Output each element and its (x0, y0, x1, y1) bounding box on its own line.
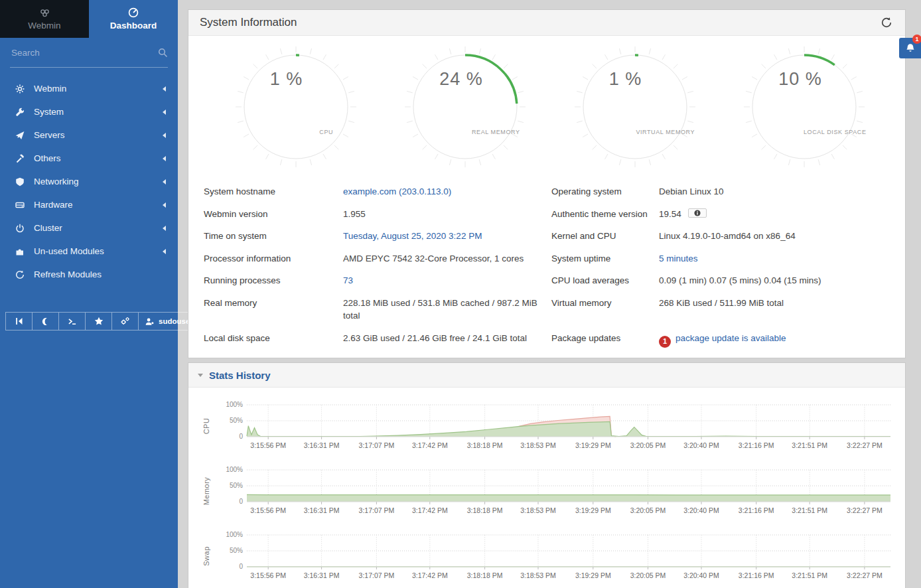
gauge-label: LOCAL DISK SPACE (804, 129, 867, 135)
hostname-link[interactable]: example.com (203.0.113.0) (343, 186, 451, 196)
gauge-local-disk-space: 10 % LOCAL DISK SPACE (741, 44, 867, 170)
tab-dashboard[interactable]: Dashboard (89, 0, 178, 38)
gauge-value: 24 % (439, 69, 483, 90)
info-value: 1.955 (343, 203, 551, 226)
sidebar-item-hardware[interactable]: Hardware (0, 193, 178, 216)
shield-icon (15, 177, 25, 186)
sidebar-tabs: Webmin Dashboard (0, 0, 178, 38)
sidebar-item-label: Webmin (34, 84, 163, 94)
page-title: System Information (200, 16, 297, 29)
sidebar-item-cluster[interactable]: Cluster (0, 216, 178, 240)
gauge-cpu: 1 % CPU (233, 44, 359, 170)
system-information-panel: System Information 1 % CPU 24 % REAL MEM… (188, 9, 906, 358)
search-input[interactable] (10, 47, 158, 58)
info-value: Linux 4.19.0-10-amd64 on x86_64 (659, 225, 892, 248)
gauge-label: REAL MEMORY (472, 129, 520, 135)
sidebar-menu: Webmin System Servers Others Networking … (0, 68, 178, 286)
tab-webmin[interactable]: Webmin (0, 0, 89, 38)
night-mode-button[interactable] (32, 313, 58, 330)
favorites-button[interactable] (85, 313, 111, 330)
sidebar-item-networking[interactable]: Networking (0, 170, 178, 193)
x-tick-label: 3:20:05 PM (630, 506, 666, 514)
y-tick-label: 100% (226, 531, 243, 538)
notifications-button[interactable]: 1 (899, 38, 921, 58)
collapse-icon (15, 317, 24, 326)
sidebar-item-label: System (34, 107, 163, 117)
chart-series-area (247, 494, 890, 502)
collapse-caret-icon (198, 374, 203, 377)
info-value: Debian Linux 10 (659, 181, 892, 203)
x-tick-label: 3:20:40 PM (683, 441, 719, 449)
x-tick-label: 3:19:29 PM (575, 571, 611, 579)
collapse-sidebar-button[interactable] (6, 313, 32, 330)
x-tick-label: 3:22:27 PM (847, 441, 883, 449)
info-value: 1package update is available (659, 327, 892, 352)
sidebar-item-refresh-modules[interactable]: Refresh Modules (0, 263, 178, 286)
x-tick-label: 3:21:16 PM (739, 571, 774, 579)
info-label: Operating system (551, 181, 659, 203)
x-tick-label: 3:20:05 PM (630, 571, 666, 579)
sidebar-item-system[interactable]: System (0, 100, 178, 123)
sidebar-item-label: Networking (34, 177, 163, 186)
terminal-button[interactable] (58, 313, 85, 330)
settings-button[interactable] (111, 313, 138, 330)
x-tick-label: 3:19:29 PM (575, 441, 611, 449)
running-processes-link[interactable]: 73 (343, 275, 353, 285)
gauge-dial (402, 44, 528, 173)
sidebar-item-webmin[interactable]: Webmin (0, 77, 178, 100)
sidebar-item-unused-modules[interactable]: Un-used Modules (0, 240, 178, 263)
package-updates-link[interactable]: package update is available (675, 333, 786, 343)
info-label: System hostname (204, 181, 343, 203)
chevron-left-icon (163, 156, 166, 161)
gear-icon (15, 84, 25, 94)
x-tick-label: 3:18:53 PM (520, 506, 556, 514)
info-value: 228.18 MiB used / 531.8 MiB cached / 987… (343, 292, 551, 327)
info-label: Time on system (204, 225, 343, 248)
star-icon (94, 317, 104, 326)
info-label: Local disk space (204, 327, 343, 350)
chart-plot-area: 3:15:56 PM3:16:31 PM3:17:07 PM3:17:42 PM… (214, 463, 897, 519)
info-label: Webmin version (204, 203, 343, 226)
theme-info-button[interactable] (688, 208, 707, 218)
webmin-logo-icon (39, 8, 50, 18)
info-label: Authentic theme version (551, 203, 659, 226)
gauges-row: 1 % CPU 24 % REAL MEMORY 1 % VIRTUAL MEM… (188, 36, 905, 170)
info-label: Kernel and CPU (551, 225, 659, 248)
puzzle-icon (15, 247, 25, 256)
x-tick-label: 3:15:56 PM (250, 571, 286, 579)
hard-drive-icon (15, 200, 25, 210)
info-icon (694, 210, 701, 216)
time-on-system-link[interactable]: Tuesday, August 25, 2020 3:22 PM (343, 231, 482, 241)
uptime-link[interactable]: 5 minutes (659, 254, 698, 263)
chevron-left-icon (163, 249, 166, 254)
stats-charts: CPU 3:15:56 PM3:16:31 PM3:17:07 PM3:17:4… (188, 388, 905, 584)
package-updates-count-badge: 1 (659, 336, 671, 348)
chevron-left-icon (163, 133, 166, 138)
chevron-left-icon (163, 86, 166, 92)
stats-history-header[interactable]: Stats History (188, 363, 905, 388)
stats-history-panel: Stats History CPU 3:15:56 PM3:16:31 PM3:… (188, 362, 906, 588)
x-tick-label: 3:17:42 PM (412, 506, 448, 514)
notification-count-badge: 1 (912, 35, 921, 44)
refresh-page-button[interactable] (879, 15, 894, 30)
x-tick-label: 3:18:18 PM (467, 441, 503, 449)
gauge-value: 1 % (609, 69, 642, 90)
y-tick-label: 0 (239, 433, 243, 440)
x-tick-label: 3:17:07 PM (359, 571, 395, 579)
x-tick-label: 3:21:51 PM (792, 441, 827, 449)
gauge-dial (572, 44, 698, 173)
info-label: System uptime (551, 248, 659, 270)
gauge-real-memory: 24 % REAL MEMORY (402, 44, 528, 170)
sidebar-item-servers[interactable]: Servers (0, 123, 178, 147)
sidebar-item-label: Refresh Modules (34, 269, 166, 279)
x-tick-label: 3:17:07 PM (359, 506, 395, 514)
sidebar-item-others[interactable]: Others (0, 147, 178, 170)
y-tick-label: 0 (239, 498, 243, 505)
search-icon[interactable] (158, 48, 168, 58)
terminal-icon (68, 317, 77, 326)
x-tick-label: 3:16:31 PM (304, 571, 340, 579)
x-tick-label: 3:21:16 PM (739, 441, 774, 449)
gauge-label: CPU (319, 129, 333, 135)
gauge-label: VIRTUAL MEMORY (636, 129, 695, 135)
x-tick-label: 3:17:42 PM (412, 441, 448, 449)
